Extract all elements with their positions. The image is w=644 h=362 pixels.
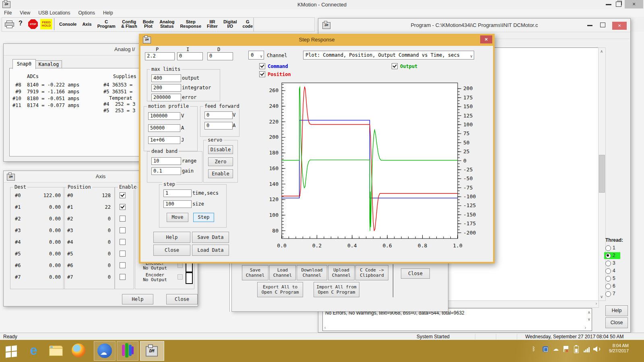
- load-data-button[interactable]: Load Data: [192, 245, 229, 256]
- toolbar-button-digital-i-o[interactable]: DigitalI/O: [221, 18, 240, 31]
- panel-button-upload[interactable]: UploadChannel: [328, 265, 355, 280]
- restore-button[interactable]: [616, 2, 621, 7]
- start-button[interactable]: [6, 346, 17, 358]
- value-field[interactable]: 200000: [151, 94, 181, 101]
- toolbar-button-analog-status[interactable]: AnalogStatus: [157, 18, 177, 31]
- axis-enable-checkbox[interactable]: [120, 251, 126, 257]
- onedrive-cloud-icon[interactable]: ☁: [553, 346, 559, 352]
- cloud-app-button[interactable]: ☁: [94, 341, 116, 361]
- move-button[interactable]: Move: [167, 213, 188, 222]
- output-scroll-right-icon[interactable]: ›: [585, 326, 586, 330]
- axis-enable-checkbox[interactable]: [120, 239, 126, 245]
- thread-radio-4[interactable]: [605, 268, 611, 274]
- axis-close-button[interactable]: Close: [166, 294, 198, 304]
- servo-enable-button[interactable]: Enable: [208, 169, 233, 178]
- thread-radio-1[interactable]: [605, 245, 611, 251]
- internet-explorer-icon[interactable]: e: [27, 343, 41, 358]
- axis-help-button[interactable]: Help: [122, 294, 153, 304]
- panel-close-button[interactable]: Close: [401, 268, 430, 279]
- axis-enable-checkbox[interactable]: [120, 274, 126, 280]
- close-button[interactable]: ×: [625, 0, 643, 8]
- program-close-button[interactable]: ×: [612, 22, 627, 30]
- feed-hold-icon[interactable]: FEED HOLD: [40, 19, 52, 29]
- program-help-button[interactable]: Help: [605, 305, 628, 316]
- value-field[interactable]: 0: [204, 111, 233, 119]
- toolbar-button-iir-filter[interactable]: IIRFilter: [204, 18, 221, 31]
- editor-vscrollbar[interactable]: ∧ ∨: [598, 47, 606, 301]
- panel-button-save[interactable]: SaveChannel: [242, 265, 268, 280]
- plot-mode-combo[interactable]: Plot: Command, Position, Output Command …: [303, 51, 474, 60]
- i-field[interactable]: 0: [177, 52, 203, 60]
- value-field[interactable]: 10: [151, 157, 181, 165]
- axis-enable-checkbox[interactable]: [120, 227, 126, 233]
- thread-radio-2[interactable]: [605, 253, 611, 259]
- value-field[interactable]: 0.1: [151, 167, 181, 175]
- p-field[interactable]: 2.2: [145, 52, 175, 60]
- axis-enable-checkbox[interactable]: [120, 262, 126, 268]
- toolbar-button-console[interactable]: Console: [56, 18, 79, 31]
- panel-button-download[interactable]: DownloadChannel: [297, 265, 327, 280]
- menu-file[interactable]: File: [0, 9, 16, 16]
- program-minimize-button[interactable]: [587, 25, 592, 26]
- thread-radio-5[interactable]: [605, 276, 611, 282]
- value-field[interactable]: 400: [151, 74, 181, 82]
- signal-icon[interactable]: [584, 347, 591, 352]
- d-field[interactable]: 0: [207, 52, 233, 60]
- panel-button-import-all-from[interactable]: Import All fromOpen C Program: [314, 282, 359, 297]
- scroll-up-icon[interactable]: ∧: [600, 49, 603, 53]
- value-field[interactable]: 50000: [148, 124, 180, 132]
- bluetooth-icon[interactable]: ᛒ: [532, 346, 535, 352]
- servo-disable-button[interactable]: Disable: [208, 145, 233, 154]
- channel-combo[interactable]: 0∨: [248, 51, 264, 60]
- output-scroll-down-icon[interactable]: ∨: [588, 317, 590, 321]
- value-field[interactable]: 200: [151, 84, 181, 92]
- servo-zero-button[interactable]: Zero: [208, 157, 233, 166]
- output-scroll-up-icon[interactable]: ∧: [588, 311, 590, 315]
- value-field[interactable]: 0: [204, 122, 233, 130]
- menu-options[interactable]: Options: [74, 9, 99, 16]
- program-close-button-2[interactable]: Close: [605, 317, 628, 328]
- editor-vscroll-thumb[interactable]: [599, 155, 605, 193]
- volume-icon[interactable]: [593, 346, 600, 352]
- step-button[interactable]: Step: [193, 213, 214, 222]
- value-field[interactable]: 100: [163, 200, 192, 208]
- taskbar-clock[interactable]: 8:04 AM 9/27/2017: [609, 343, 629, 354]
- thread-radio-3[interactable]: [605, 261, 611, 266]
- scroll-down-icon[interactable]: ∨: [600, 295, 603, 299]
- command-checkbox[interactable]: Command: [259, 63, 288, 69]
- panel-button-load[interactable]: LoadChannel: [269, 265, 296, 280]
- toolbar-button-bode-plot[interactable]: BodePlot: [140, 18, 157, 31]
- toolbar-button-step-response[interactable]: StepResponse: [177, 18, 204, 31]
- menu-view[interactable]: View: [16, 9, 34, 16]
- toolbar-button-g-code[interactable]: Gcode: [240, 18, 256, 31]
- value-field[interactable]: 1e+06: [148, 136, 180, 144]
- prism-app-button[interactable]: [117, 341, 138, 361]
- file-explorer-icon[interactable]: [49, 346, 63, 356]
- axis-monitor-checkbox[interactable]: [178, 274, 183, 280]
- panel-button-export-all-to[interactable]: Export All toOpen C Program: [257, 282, 303, 297]
- thread-radio-6[interactable]: [605, 284, 611, 289]
- output-scroll-left-icon[interactable]: ‹: [324, 326, 326, 330]
- kmotion-taskbar-button[interactable]: DM: [140, 341, 164, 361]
- thread-radio-7[interactable]: [605, 291, 611, 297]
- print-icon[interactable]: [5, 21, 14, 28]
- minimize-button[interactable]: [606, 4, 611, 5]
- menu-help[interactable]: Help: [99, 9, 117, 16]
- program-maximize-button[interactable]: [600, 23, 605, 27]
- usb-icon[interactable]: [543, 346, 548, 352]
- axis-enable-checkbox[interactable]: [120, 204, 126, 210]
- value-field[interactable]: 1: [163, 189, 192, 197]
- battery-icon[interactable]: [574, 346, 579, 353]
- dialog-close-button[interactable]: Close: [153, 245, 190, 256]
- save-data-button[interactable]: Save Data: [192, 232, 229, 243]
- axis-enable-checkbox[interactable]: [120, 192, 126, 198]
- value-field[interactable]: 100000: [148, 112, 180, 120]
- scroll-right-icon[interactable]: ›: [596, 302, 597, 306]
- dialog-help-button[interactable]: Help: [153, 232, 190, 243]
- axis-enable-checkbox[interactable]: [120, 216, 126, 222]
- toolbar-button-c-program[interactable]: CProgram: [95, 18, 118, 31]
- tab-snap0[interactable]: Snap0: [12, 59, 36, 69]
- help-icon[interactable]: ?: [19, 20, 23, 27]
- firefox-icon[interactable]: [72, 343, 85, 357]
- toolbar-button-axis[interactable]: Axis: [79, 18, 94, 31]
